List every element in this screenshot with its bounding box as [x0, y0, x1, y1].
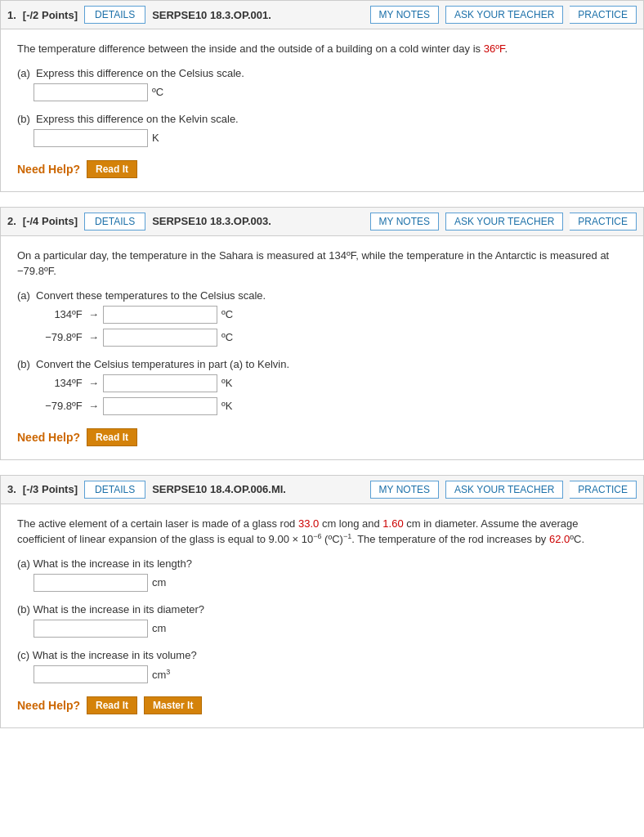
- question-2-sub-b: (b) Convert the Celsius temperatures in …: [17, 358, 627, 415]
- question-3-details-button[interactable]: DETAILS: [84, 481, 145, 499]
- question-1-sub-b-input-row: K: [34, 129, 627, 147]
- question-2-celsius-neg-unit: ºC: [221, 331, 233, 343]
- question-2-need-help-label: Need Help?: [17, 431, 80, 444]
- question-3-length-input[interactable]: [34, 574, 148, 592]
- question-3-sub-c-label: (c) What is the increase in its volume?: [17, 649, 627, 661]
- question-1-celsius-input[interactable]: [34, 83, 148, 101]
- question-3-sub-b-label: (b) What is the increase in its diameter…: [17, 603, 627, 615]
- question-1: 1. [-/2 Points] DETAILS SERPSE10 18.3.OP…: [0, 0, 644, 192]
- question-1-sub-b-label: (b) Express this difference on the Kelvi…: [17, 113, 627, 125]
- question-2-sub-a-label: (a) Convert these temperatures to the Ce…: [17, 289, 627, 302]
- question-3-length-unit: cm: [152, 576, 166, 589]
- question-3-need-help-label: Need Help?: [17, 699, 80, 712]
- question-2-sub-a-row2: −79.8ºF → ºC: [34, 329, 627, 347]
- question-3-need-help: Need Help? Read It Master It: [17, 696, 627, 714]
- question-2-id: SERPSE10 18.3.OP.003.: [152, 215, 363, 227]
- question-3: 3. [-/3 Points] DETAILS SERPSE10 18.4.OP…: [0, 475, 644, 728]
- question-3-mynotes-button[interactable]: MY NOTES: [370, 481, 439, 499]
- question-1-number: 1.: [7, 9, 16, 21]
- question-1-kelvin-input[interactable]: [34, 129, 148, 147]
- question-3-diameter-input[interactable]: [34, 620, 148, 638]
- question-3-header: 3. [-/3 Points] DETAILS SERPSE10 18.4.OP…: [1, 476, 643, 504]
- question-2-need-help: Need Help? Read It: [17, 428, 627, 446]
- question-2-sub-a-row1: 134ºF → ºC: [34, 306, 627, 324]
- question-3-sub-c-row: cm3: [34, 665, 627, 683]
- question-1-sub-b: (b) Express this difference on the Kelvi…: [17, 113, 627, 147]
- question-3-text: The active element of a certain laser is…: [17, 516, 627, 548]
- question-2-kelvin-neg-unit: ºK: [221, 400, 232, 412]
- question-2-body: On a particular day, the temperature in …: [1, 236, 643, 459]
- question-3-readit-button[interactable]: Read It: [87, 696, 137, 714]
- question-2-readit-button[interactable]: Read It: [87, 428, 137, 446]
- question-1-id: SERPSE10 18.3.OP.001.: [152, 9, 363, 21]
- question-2-sub-a-prefix1: 134ºF →: [34, 308, 99, 320]
- question-2-sub-b-prefix1: 134ºF →: [34, 377, 99, 389]
- question-2-kelvin-134-unit: ºK: [221, 377, 232, 389]
- question-1-body: The temperature difference between the i…: [1, 29, 643, 191]
- question-2-celsius-neg-input[interactable]: [103, 329, 217, 347]
- question-3-sub-b: (b) What is the increase in its diameter…: [17, 603, 627, 638]
- question-3-sub-c: (c) What is the increase in its volume? …: [17, 649, 627, 683]
- question-2-details-button[interactable]: DETAILS: [84, 213, 145, 231]
- question-2-kelvin-134-input[interactable]: [103, 374, 217, 392]
- question-2-sub-b-prefix2: −79.8ºF →: [34, 400, 99, 412]
- question-3-points: [-/3 Points]: [23, 483, 78, 495]
- question-3-sub-a: (a) What is the increase in its length? …: [17, 557, 627, 592]
- question-2-practice-button[interactable]: PRACTICE: [570, 213, 637, 231]
- question-2-number: 2.: [7, 215, 16, 227]
- question-3-number: 3.: [7, 483, 16, 495]
- question-1-need-help: Need Help? Read It: [17, 160, 627, 178]
- question-1-text: The temperature difference between the i…: [17, 41, 627, 57]
- question-1-points: [-/2 Points]: [23, 9, 78, 21]
- question-1-header: 1. [-/2 Points] DETAILS SERPSE10 18.3.OP…: [1, 1, 643, 29]
- question-2-sub-a: (a) Convert these temperatures to the Ce…: [17, 289, 627, 347]
- q3-length-val: 33.0: [298, 517, 319, 530]
- question-1-sub-a-label: (a) Express this difference on the Celsi…: [17, 67, 627, 79]
- question-3-masterit-button[interactable]: Master It: [144, 696, 202, 714]
- question-3-body: The active element of a certain laser is…: [1, 504, 643, 727]
- question-2-header: 2. [-/4 Points] DETAILS SERPSE10 18.3.OP…: [1, 208, 643, 236]
- question-3-id: SERPSE10 18.4.OP.006.MI.: [152, 483, 363, 495]
- question-1-readit-button[interactable]: Read It: [87, 160, 137, 178]
- question-2-mynotes-button[interactable]: MY NOTES: [370, 213, 439, 231]
- q3-temp-val: 62.0: [549, 533, 570, 545]
- question-1-highlight: 36ºF: [484, 43, 505, 55]
- question-1-details-button[interactable]: DETAILS: [84, 6, 145, 24]
- question-3-askteacher-button[interactable]: ASK YOUR TEACHER: [445, 481, 563, 499]
- question-2: 2. [-/4 Points] DETAILS SERPSE10 18.3.OP…: [0, 207, 644, 460]
- question-1-sub-a-input-row: ºC: [34, 83, 627, 101]
- question-2-celsius-134-input[interactable]: [103, 306, 217, 324]
- question-1-kelvin-unit: K: [152, 132, 159, 144]
- question-2-sub-b-row1: 134ºF → ºK: [34, 374, 627, 392]
- question-1-sub-a: (a) Express this difference on the Celsi…: [17, 67, 627, 101]
- question-1-need-help-label: Need Help?: [17, 163, 80, 176]
- question-3-practice-button[interactable]: PRACTICE: [570, 481, 637, 499]
- q3-diameter-val: 1.60: [382, 517, 403, 530]
- question-1-celsius-unit: ºC: [152, 86, 163, 98]
- question-3-sub-b-row: cm: [34, 620, 627, 638]
- question-3-sub-a-row: cm: [34, 574, 627, 592]
- question-2-askteacher-button[interactable]: ASK YOUR TEACHER: [445, 213, 563, 231]
- question-1-practice-button[interactable]: PRACTICE: [570, 6, 637, 24]
- question-1-askteacher-button[interactable]: ASK YOUR TEACHER: [445, 6, 563, 24]
- question-3-sub-a-label: (a) What is the increase in its length?: [17, 557, 627, 570]
- question-2-celsius-134-unit: ºC: [221, 308, 233, 320]
- question-3-diameter-unit: cm: [152, 622, 166, 634]
- question-3-volume-input[interactable]: [34, 665, 148, 683]
- question-2-points: [-/4 Points]: [23, 215, 78, 227]
- question-2-sub-b-label: (b) Convert the Celsius temperatures in …: [17, 358, 627, 370]
- question-2-kelvin-neg-input[interactable]: [103, 397, 217, 415]
- question-2-text: On a particular day, the temperature in …: [17, 248, 627, 280]
- question-2-sub-a-prefix2: −79.8ºF →: [34, 331, 99, 343]
- question-2-sub-b-row2: −79.8ºF → ºK: [34, 397, 627, 415]
- question-1-mynotes-button[interactable]: MY NOTES: [370, 6, 439, 24]
- question-3-volume-unit: cm3: [152, 668, 170, 681]
